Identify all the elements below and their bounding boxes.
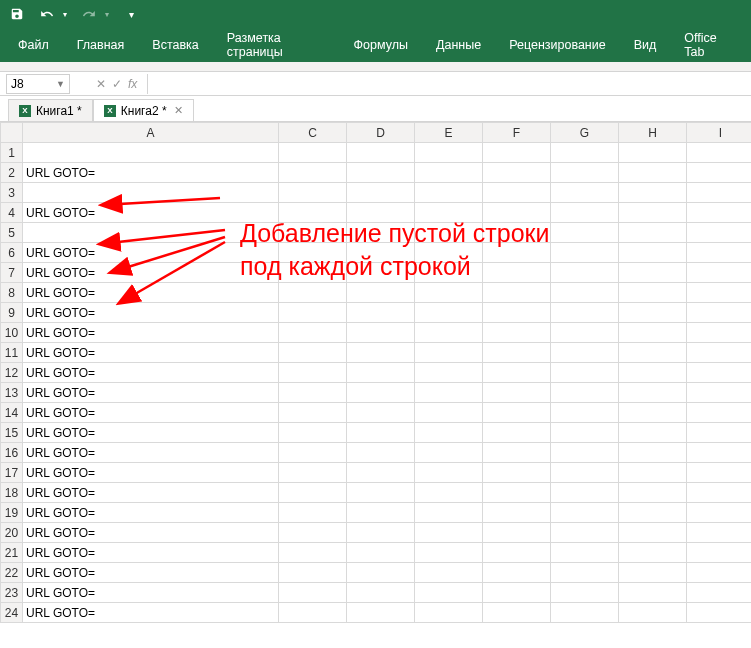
cell[interactable]	[619, 163, 687, 183]
cell[interactable]	[279, 423, 347, 443]
row-header[interactable]: 9	[1, 303, 23, 323]
cell[interactable]	[483, 583, 551, 603]
cell[interactable]	[619, 503, 687, 523]
row-header[interactable]: 5	[1, 223, 23, 243]
cell[interactable]	[619, 183, 687, 203]
tab-insert[interactable]: Вставка	[138, 30, 212, 60]
cell[interactable]: URL GOTO=	[23, 423, 279, 443]
cell[interactable]	[279, 143, 347, 163]
cell[interactable]	[619, 343, 687, 363]
cell[interactable]	[483, 383, 551, 403]
tab-office-tab[interactable]: Office Tab	[670, 23, 747, 67]
cell[interactable]	[687, 323, 752, 343]
cell[interactable]	[619, 203, 687, 223]
tab-review[interactable]: Рецензирование	[495, 30, 620, 60]
cell[interactable]: URL GOTO=	[23, 323, 279, 343]
cell[interactable]	[687, 483, 752, 503]
cell[interactable]	[483, 443, 551, 463]
cell[interactable]	[687, 603, 752, 623]
cell[interactable]	[415, 143, 483, 163]
cell[interactable]	[619, 363, 687, 383]
cell[interactable]	[619, 143, 687, 163]
cell[interactable]	[483, 143, 551, 163]
row-header[interactable]: 3	[1, 183, 23, 203]
row-header[interactable]: 12	[1, 363, 23, 383]
tab-page-layout[interactable]: Разметка страницы	[213, 23, 340, 67]
row-header[interactable]: 20	[1, 523, 23, 543]
cell[interactable]	[619, 303, 687, 323]
cell[interactable]	[483, 243, 551, 263]
cell[interactable]	[483, 363, 551, 383]
cell[interactable]	[347, 263, 415, 283]
cell[interactable]	[619, 223, 687, 243]
cell[interactable]	[483, 603, 551, 623]
cell[interactable]	[347, 283, 415, 303]
cell[interactable]	[483, 203, 551, 223]
cell[interactable]: URL GOTO=	[23, 603, 279, 623]
undo-icon[interactable]	[36, 3, 58, 25]
cell[interactable]	[687, 283, 752, 303]
spreadsheet-grid[interactable]: A C D E F G H I 12URL GOTO=34URL GOTO=56…	[0, 122, 751, 648]
cell[interactable]	[347, 343, 415, 363]
cell[interactable]	[347, 303, 415, 323]
select-all-corner[interactable]	[1, 123, 23, 143]
cell[interactable]	[23, 143, 279, 163]
row-header[interactable]: 21	[1, 543, 23, 563]
cell[interactable]	[483, 543, 551, 563]
cell[interactable]	[23, 223, 279, 243]
cell[interactable]	[347, 443, 415, 463]
cell[interactable]	[279, 463, 347, 483]
cell[interactable]: URL GOTO=	[23, 583, 279, 603]
cell[interactable]	[483, 303, 551, 323]
cell[interactable]	[551, 443, 619, 463]
cell[interactable]	[415, 543, 483, 563]
name-box-dropdown-icon[interactable]: ▼	[56, 79, 65, 89]
name-box[interactable]: J8 ▼	[6, 74, 70, 94]
column-header[interactable]: G	[551, 123, 619, 143]
cell[interactable]	[687, 223, 752, 243]
cell[interactable]	[619, 403, 687, 423]
cell[interactable]: URL GOTO=	[23, 483, 279, 503]
cell[interactable]	[279, 603, 347, 623]
cell[interactable]: URL GOTO=	[23, 243, 279, 263]
cell[interactable]	[347, 523, 415, 543]
tab-data[interactable]: Данные	[422, 30, 495, 60]
cell[interactable]	[415, 503, 483, 523]
cell[interactable]	[551, 523, 619, 543]
cell[interactable]	[279, 183, 347, 203]
cell[interactable]	[551, 203, 619, 223]
cell[interactable]	[415, 403, 483, 423]
cell[interactable]	[279, 223, 347, 243]
cell[interactable]	[279, 323, 347, 343]
cell[interactable]	[483, 563, 551, 583]
cell[interactable]	[687, 503, 752, 523]
cell[interactable]	[551, 183, 619, 203]
row-header[interactable]: 6	[1, 243, 23, 263]
cell[interactable]	[279, 203, 347, 223]
row-header[interactable]: 24	[1, 603, 23, 623]
cell[interactable]	[687, 183, 752, 203]
cell[interactable]	[619, 423, 687, 443]
cell[interactable]	[279, 283, 347, 303]
cell[interactable]	[347, 323, 415, 343]
cell[interactable]	[415, 303, 483, 323]
cell[interactable]: URL GOTO=	[23, 463, 279, 483]
cell[interactable]	[551, 143, 619, 163]
cell[interactable]	[415, 463, 483, 483]
cell[interactable]	[687, 243, 752, 263]
cell[interactable]	[551, 223, 619, 243]
cell[interactable]: URL GOTO=	[23, 283, 279, 303]
cell[interactable]	[347, 363, 415, 383]
cell[interactable]: URL GOTO=	[23, 343, 279, 363]
cell[interactable]	[279, 363, 347, 383]
cell[interactable]: URL GOTO=	[23, 303, 279, 323]
cell[interactable]	[619, 563, 687, 583]
cell[interactable]	[415, 523, 483, 543]
cell[interactable]: URL GOTO=	[23, 503, 279, 523]
row-header[interactable]: 7	[1, 263, 23, 283]
cell[interactable]	[279, 443, 347, 463]
cell[interactable]	[619, 523, 687, 543]
cell[interactable]	[687, 443, 752, 463]
cell[interactable]	[415, 163, 483, 183]
cell[interactable]	[415, 363, 483, 383]
